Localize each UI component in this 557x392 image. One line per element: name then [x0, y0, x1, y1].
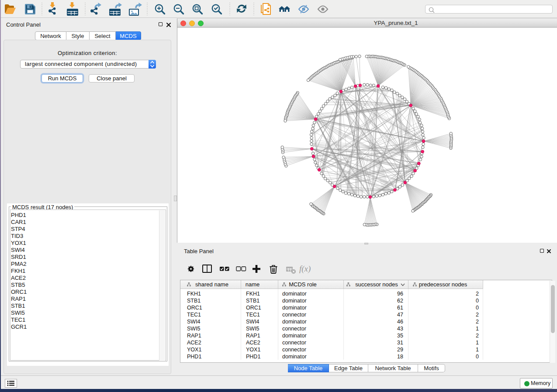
- svg-text:f(x): f(x): [299, 264, 311, 274]
